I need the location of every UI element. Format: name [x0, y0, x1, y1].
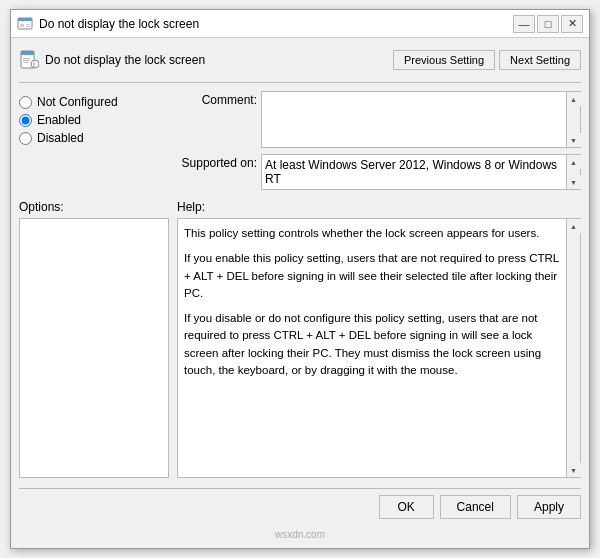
supported-scroll-up[interactable]: ▲	[567, 155, 581, 169]
svg-text:i: i	[33, 61, 35, 68]
options-panel: Options:	[19, 200, 169, 478]
radio-disabled-input[interactable]	[19, 132, 32, 145]
right-panel: Comment: ▲ ▼ Supported on: At least	[177, 91, 581, 190]
help-para-1: This policy setting controls whether the…	[184, 225, 562, 242]
comment-label: Comment:	[177, 91, 257, 107]
comment-row: Comment: ▲ ▼	[177, 91, 581, 148]
help-panel: Help: This policy setting controls wheth…	[177, 200, 581, 478]
svg-rect-8	[23, 60, 30, 61]
comment-scroll-track	[567, 106, 581, 133]
help-text: This policy setting controls whether the…	[178, 219, 580, 385]
footer-row: OK Cancel Apply	[19, 488, 581, 521]
supported-box: At least Windows Server 2012, Windows 8 …	[261, 154, 581, 190]
supported-scroll-down[interactable]: ▼	[567, 175, 581, 189]
svg-rect-7	[23, 58, 30, 59]
help-scrollbar: ▲ ▼	[566, 219, 580, 477]
supported-label: Supported on:	[177, 154, 257, 170]
header-title: i Do not display the lock screen	[19, 50, 205, 70]
help-para-2: If you enable this policy setting, users…	[184, 250, 562, 302]
comment-scroll-up[interactable]: ▲	[567, 92, 581, 106]
watermark: wsxdn.com	[19, 527, 581, 540]
svg-rect-1	[18, 18, 32, 21]
ok-button[interactable]: OK	[379, 495, 434, 519]
close-button[interactable]: ✕	[561, 15, 583, 33]
svg-rect-3	[26, 24, 30, 25]
comment-scroll-down[interactable]: ▼	[567, 133, 581, 147]
help-scroll-down[interactable]: ▼	[567, 463, 581, 477]
comment-scrollbar: ▲ ▼	[566, 92, 580, 147]
radio-not-configured[interactable]: Not Configured	[19, 95, 169, 109]
help-box: This policy setting controls whether the…	[177, 218, 581, 478]
radio-not-configured-input[interactable]	[19, 96, 32, 109]
help-label: Help:	[177, 200, 581, 214]
header-setting-label: Do not display the lock screen	[45, 53, 205, 67]
radio-enabled-input[interactable]	[19, 114, 32, 127]
window-title: Do not display the lock screen	[39, 17, 199, 31]
policy-icon: i	[19, 50, 39, 70]
svg-rect-6	[21, 51, 34, 55]
title-bar-controls: — □ ✕	[513, 15, 583, 33]
svg-rect-9	[23, 62, 28, 63]
help-scroll-up[interactable]: ▲	[567, 219, 581, 233]
comment-inner	[262, 92, 580, 147]
main-area: Not Configured Enabled Disabled Comm	[19, 91, 581, 190]
options-box	[19, 218, 169, 478]
main-window: Do not display the lock screen — □ ✕	[10, 9, 590, 549]
svg-rect-4	[26, 26, 30, 27]
comment-box: ▲ ▼	[261, 91, 581, 148]
title-bar: Do not display the lock screen — □ ✕	[11, 10, 589, 38]
left-panel: Not Configured Enabled Disabled	[19, 91, 169, 190]
radio-not-configured-label: Not Configured	[37, 95, 118, 109]
svg-rect-2	[20, 24, 24, 27]
bottom-section: Options: Help: This policy setting contr…	[19, 200, 581, 478]
header-row: i Do not display the lock screen Previou…	[19, 46, 581, 74]
radio-enabled[interactable]: Enabled	[19, 113, 169, 127]
supported-row: Supported on: At least Windows Server 20…	[177, 154, 581, 190]
cancel-button[interactable]: Cancel	[440, 495, 511, 519]
window-content: i Do not display the lock screen Previou…	[11, 38, 589, 548]
help-para-3: If you disable or do not configure this …	[184, 310, 562, 379]
supported-scrollbar: ▲ ▼	[566, 155, 580, 189]
next-setting-button[interactable]: Next Setting	[499, 50, 581, 70]
minimize-button[interactable]: —	[513, 15, 535, 33]
header-nav-btns: Previous Setting Next Setting	[393, 50, 581, 70]
help-scroll-track	[567, 233, 581, 463]
window-icon	[17, 16, 33, 32]
supported-value: At least Windows Server 2012, Windows 8 …	[262, 155, 580, 189]
maximize-button[interactable]: □	[537, 15, 559, 33]
options-label: Options:	[19, 200, 169, 214]
radio-enabled-label: Enabled	[37, 113, 81, 127]
radio-disabled-label: Disabled	[37, 131, 84, 145]
apply-button[interactable]: Apply	[517, 495, 581, 519]
header-divider	[19, 82, 581, 83]
previous-setting-button[interactable]: Previous Setting	[393, 50, 495, 70]
radio-group: Not Configured Enabled Disabled	[19, 91, 169, 149]
radio-disabled[interactable]: Disabled	[19, 131, 169, 145]
title-bar-left: Do not display the lock screen	[17, 16, 199, 32]
